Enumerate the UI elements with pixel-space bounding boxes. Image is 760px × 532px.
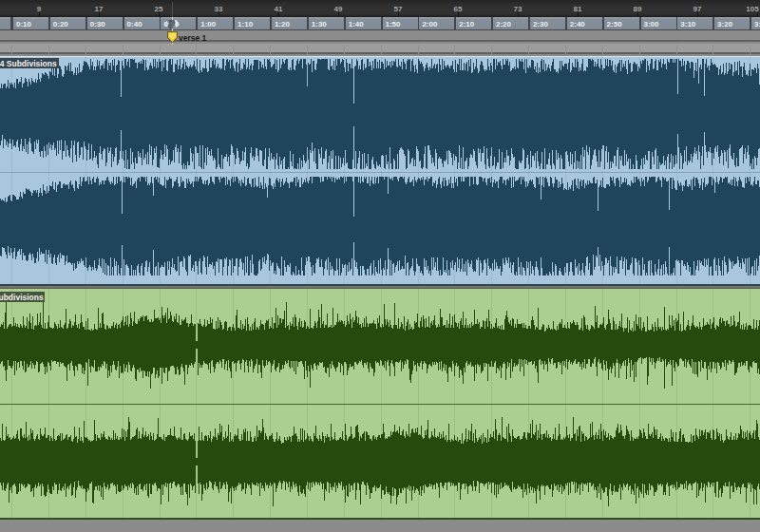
svg-text:04 Subdivisions: 04 Subdivisions [0,59,57,68]
svg-text:05 Subdivisions: 05 Subdivisions [0,293,44,302]
